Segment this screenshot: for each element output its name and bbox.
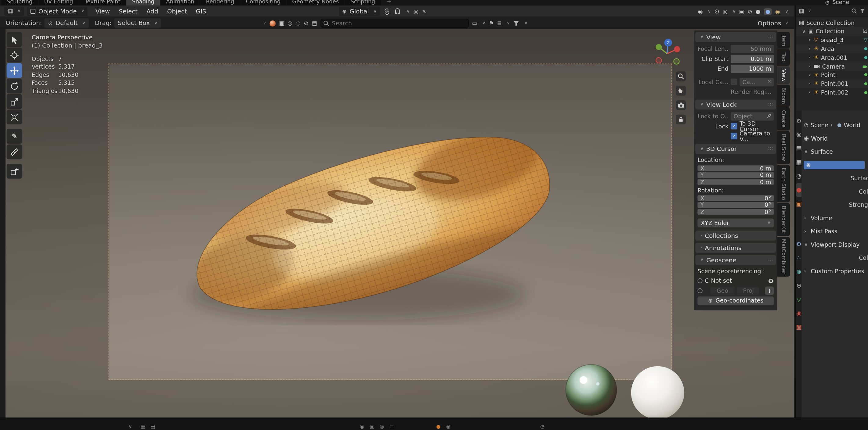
- overlays-toggle-icon[interactable]: ◎: [723, 8, 727, 14]
- pan-button[interactable]: [676, 86, 686, 96]
- add-crs-button[interactable]: +: [765, 287, 774, 295]
- search-input[interactable]: [320, 19, 469, 28]
- tool-scale-button[interactable]: [7, 94, 22, 109]
- tab-output-icon[interactable]: ▤: [796, 141, 802, 155]
- geo-coordinates-button[interactable]: ⊕ Geo-coordinates: [698, 296, 774, 305]
- outliner-item-label[interactable]: Point.002: [821, 90, 848, 95]
- cursor-rotation-y-field[interactable]: Y0°: [698, 202, 774, 208]
- tool-measure-button[interactable]: [7, 144, 22, 159]
- workspace-tab[interactable]: Sculpting: [1, 0, 38, 5]
- viewport-3d[interactable]: Camera Perspective (1) Collection | brea…: [5, 29, 794, 418]
- tool-add-cube-button[interactable]: [7, 164, 22, 179]
- outliner-item-label[interactable]: Area: [821, 46, 834, 52]
- volume-section-header[interactable]: › Volume: [804, 213, 868, 222]
- expand-chevron-icon[interactable]: ›: [807, 63, 812, 69]
- options-dropdown[interactable]: Options ∨: [758, 17, 788, 29]
- breadcrumb-scene[interactable]: Scene: [811, 122, 828, 128]
- tool-cursor-button[interactable]: [7, 47, 22, 63]
- cursor-rotation-z-field[interactable]: Z0°: [698, 209, 774, 215]
- sidebar-tab-earth-studio[interactable]: Earth Studio: [777, 165, 790, 202]
- section-view-lock-header[interactable]: ∨ View Lock ∷∷: [695, 99, 776, 109]
- display-option-icon[interactable]: ⊘: [304, 21, 308, 26]
- sidebar-tab-tool[interactable]: Tool: [777, 49, 790, 66]
- axis-minus-x-handle[interactable]: [656, 58, 661, 63]
- scene-selector[interactable]: ◔ Scene: [825, 0, 849, 5]
- outliner-row-point-002[interactable]: › ☀ Point.002 ●: [796, 88, 868, 97]
- section-geoscene-header[interactable]: ∨ Geoscene ∷∷: [695, 255, 776, 265]
- shading-solid-icon[interactable]: ●: [756, 8, 761, 14]
- chevron-down-icon[interactable]: ∨: [507, 21, 510, 26]
- tab-world-icon[interactable]: ●: [796, 183, 802, 197]
- axis-x-handle[interactable]: [674, 46, 680, 52]
- tool-annotate-button[interactable]: ✎: [7, 129, 22, 144]
- sidebar-tab-real-snow[interactable]: Real Snow: [777, 131, 790, 164]
- expand-chevron-icon[interactable]: ›: [807, 37, 812, 43]
- outliner-row-area-001[interactable]: › ☀ Area.001 ●: [796, 53, 868, 62]
- outliner-editor-icon[interactable]: ▦: [799, 8, 804, 14]
- tool-transform-button[interactable]: [7, 109, 22, 125]
- outliner-item-label[interactable]: Collection: [816, 28, 844, 34]
- mist-pass-section-header[interactable]: › Mist Pass: [804, 227, 868, 236]
- surface-section-header[interactable]: ∨ Surface: [804, 147, 868, 156]
- shading-material-icon[interactable]: ●: [764, 8, 772, 14]
- tab-modifiers-icon[interactable]: ⚙: [796, 237, 802, 251]
- tab-particles-icon[interactable]: ∴: [796, 251, 802, 265]
- proj-radio-icon[interactable]: [698, 288, 702, 293]
- to-3d-cursor-checkbox[interactable]: ✓: [731, 123, 737, 130]
- falloff-icon[interactable]: ∿: [423, 8, 427, 14]
- editor-icon[interactable]: ▦: [141, 424, 145, 429]
- outliner-search-icon[interactable]: [851, 8, 857, 14]
- world-datablock-selector[interactable]: ◉ World: [804, 134, 868, 143]
- mode-dropdown[interactable]: Object Mode ∨: [27, 6, 88, 16]
- crs-settings-gear-icon[interactable]: ⚙: [768, 277, 774, 284]
- workspace-tab-active[interactable]: Shading: [126, 0, 160, 5]
- outliner-item-label[interactable]: bread_3: [820, 37, 844, 43]
- cursor-location-y-field[interactable]: Y0 m: [698, 172, 774, 178]
- tab-render-icon[interactable]: ◉: [796, 128, 802, 141]
- snap-magnet-icon[interactable]: [394, 8, 401, 14]
- chevron-down-icon[interactable]: ∨: [524, 21, 528, 26]
- axis-y-handle[interactable]: [656, 44, 662, 50]
- section-collections-header[interactable]: › Collections: [695, 231, 776, 241]
- tool-rotate-button[interactable]: [7, 79, 22, 94]
- sidebar-tab-blenderkit[interactable]: BlenderKit: [777, 203, 790, 236]
- tab-object-data-icon[interactable]: ▽: [796, 293, 802, 306]
- axis-minus-y-handle[interactable]: [674, 59, 679, 64]
- tool-move-button[interactable]: [7, 63, 22, 78]
- editor-icon[interactable]: ▤: [151, 424, 155, 429]
- shading-wireframe-icon[interactable]: ⊘: [748, 8, 752, 14]
- cursor-location-z-field[interactable]: Z0 m: [698, 179, 774, 185]
- menu-gis[interactable]: GIS: [191, 8, 211, 14]
- chevron-down-icon[interactable]: ∨: [128, 424, 132, 429]
- display-option-icon[interactable]: ▤: [312, 21, 317, 26]
- workspace-tab[interactable]: Texture Paint: [79, 0, 126, 5]
- shading-rendered-icon[interactable]: ◉: [775, 8, 780, 14]
- eyedropper-icon[interactable]: [766, 114, 771, 119]
- chevron-down-icon[interactable]: ∨: [733, 9, 736, 14]
- zoom-button[interactable]: [676, 71, 686, 81]
- orientation-dropdown[interactable]: ⊙ Default ∨: [44, 18, 89, 28]
- display-option-icon[interactable]: ▣: [279, 21, 284, 26]
- menu-object[interactable]: Object: [163, 8, 191, 14]
- section-3d-cursor-header[interactable]: ∨ 3D Cursor ∷∷: [695, 144, 776, 154]
- tool-tweak-button[interactable]: [7, 32, 22, 47]
- show-object-types-icon[interactable]: ◉: [698, 8, 703, 14]
- outliner-row-scene-collection[interactable]: ▦ Scene Collection: [796, 18, 868, 27]
- gizmos-toggle-icon[interactable]: ⊙: [714, 8, 719, 14]
- tab-physics-icon[interactable]: ⊚: [796, 265, 802, 279]
- expand-chevron-icon[interactable]: ›: [807, 81, 812, 87]
- drag-grip-icon[interactable]: ∷∷: [768, 102, 773, 107]
- tab-scene-icon[interactable]: ◔: [796, 169, 802, 183]
- sidebar-tab-create[interactable]: Create: [777, 107, 790, 131]
- xray-toggle-icon[interactable]: ▣: [739, 8, 744, 14]
- editor-icon[interactable]: ●: [436, 424, 440, 429]
- editor-icon[interactable]: ≣: [390, 424, 394, 429]
- add-workspace-button[interactable]: +: [381, 0, 397, 5]
- outliner-item-label[interactable]: Scene Collection: [806, 20, 855, 26]
- chevron-down-icon[interactable]: ∨: [482, 21, 486, 26]
- outliner-row-bread[interactable]: › ▽ bread_3 ▽: [796, 36, 868, 44]
- sidebar-tab-view[interactable]: View: [777, 66, 790, 84]
- list-view-icon[interactable]: ≣: [497, 21, 502, 26]
- workspace-tab[interactable]: Geometry Nodes: [287, 0, 344, 5]
- outliner-row-point-001[interactable]: › ☀ Point.001 ●: [796, 79, 868, 88]
